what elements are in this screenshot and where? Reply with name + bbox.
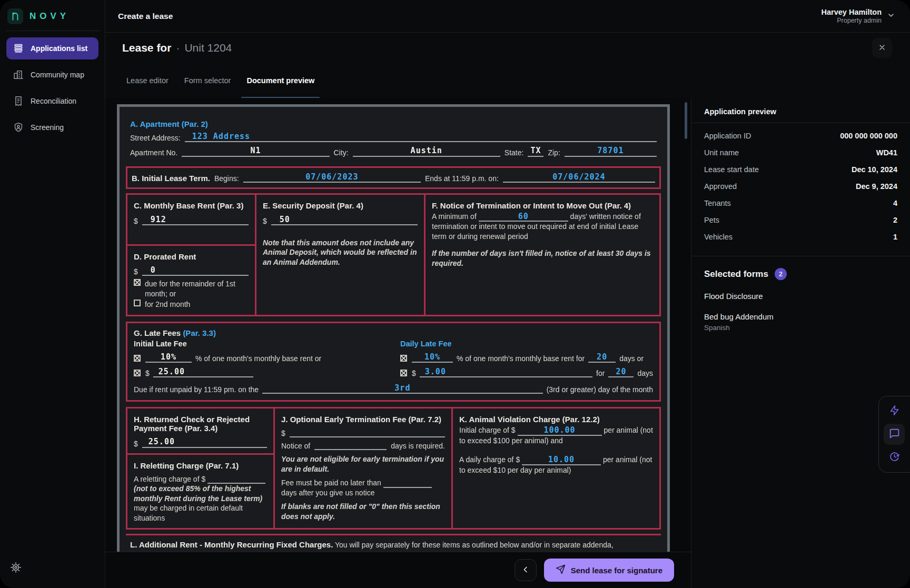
document-scrollbar-thumb[interactable] bbox=[685, 102, 687, 139]
for-label: for bbox=[596, 369, 605, 377]
field-row-approved: Approved Dec 9, 2024 bbox=[704, 182, 897, 191]
reletting-blank bbox=[207, 475, 265, 484]
termination-note: If blanks are not filled or "0" then thi… bbox=[281, 502, 445, 521]
sidebar-item-label: Applications list bbox=[31, 44, 87, 53]
applications-list-icon bbox=[13, 43, 24, 54]
checkbox-prorated-1st-month bbox=[134, 279, 141, 286]
novy-logo[interactable]: NOVY bbox=[6, 7, 98, 31]
currency-sign: $ bbox=[281, 429, 285, 437]
sidebar-divider bbox=[5, 31, 100, 31]
city-label: City: bbox=[334, 148, 349, 157]
begins-value: 07/06/2023 bbox=[243, 173, 421, 183]
lease-header: Lease for · Unit 1204 bbox=[105, 33, 910, 63]
logo-text: NOVY bbox=[29, 11, 70, 22]
termination-fee-blank bbox=[290, 429, 445, 437]
city-value: Austin bbox=[353, 146, 500, 156]
lease-title-unit: Unit 1204 bbox=[184, 42, 232, 54]
section-f-title: F. Notice of Termination or Intent to Mo… bbox=[432, 201, 653, 210]
comments-button[interactable] bbox=[884, 424, 905, 445]
termination-notice-post: days is required. bbox=[391, 442, 445, 450]
termination-notice-blank bbox=[314, 442, 387, 450]
section-c-title: C. Monthly Base Rent (Par. 3) bbox=[134, 201, 249, 210]
application-preview-title: Application preview bbox=[691, 98, 910, 123]
sidebar-nav: Applications list Community map Reconcil… bbox=[6, 37, 98, 138]
section-h-title: H. Returned Check or Rejected Payment Fe… bbox=[134, 415, 267, 433]
sidebar-item-applications-list[interactable]: Applications list bbox=[6, 37, 98, 59]
user-menu[interactable]: Harvey Hamilton Property admin bbox=[822, 7, 895, 25]
field-label: Unit name bbox=[704, 148, 739, 157]
close-button[interactable] bbox=[872, 38, 892, 58]
street-address-label: Street Address: bbox=[130, 134, 181, 142]
lease-title: Lease for · Unit 1204 bbox=[122, 42, 232, 54]
reletting-rest: may be charged in certain default situat… bbox=[134, 504, 243, 522]
animal-initial-value: 100.00 bbox=[518, 426, 602, 436]
sidebar-item-label: Screening bbox=[31, 123, 64, 132]
footer-bar: Send lease for signature bbox=[105, 552, 691, 588]
application-preview-panel: Application preview Application ID 000 0… bbox=[691, 98, 910, 588]
street-address-value: 123 Address bbox=[185, 132, 657, 142]
field-label: Lease start date bbox=[704, 165, 759, 174]
zap-icon bbox=[889, 405, 900, 417]
currency-sign: $ bbox=[412, 369, 416, 377]
close-icon bbox=[878, 43, 886, 53]
notice-pre: A minimum of bbox=[432, 212, 477, 221]
doc-section-k: K. Animal Violation Charge (Par. 12.2) I… bbox=[453, 408, 659, 528]
tab-form-selector[interactable]: Form selector bbox=[184, 63, 231, 98]
doc-section-e: E. Security Deposit (Par. 4) $ 50 Note t… bbox=[256, 195, 426, 315]
days-or-label: days or bbox=[619, 354, 644, 363]
chat-bubble-icon bbox=[889, 428, 900, 441]
history-button[interactable] bbox=[884, 447, 905, 468]
state-value: TX bbox=[528, 146, 543, 156]
user-meta: Harvey Hamilton Property admin bbox=[822, 7, 882, 25]
reletting-bold: (not to exceed 85% of the highest monthl… bbox=[134, 484, 262, 502]
back-button[interactable] bbox=[515, 559, 537, 581]
state-label: State: bbox=[505, 148, 524, 157]
settings-button[interactable] bbox=[6, 558, 27, 579]
initial-pct-suffix: % of one month's monthly base rent or bbox=[195, 354, 321, 363]
daily-days-value: 20 bbox=[588, 353, 616, 363]
tab-lease-editor[interactable]: Lease editor bbox=[126, 63, 169, 98]
selected-forms-title: Selected forms bbox=[704, 269, 768, 280]
doc-section-i: I. Reletting Charge (Par. 7.1) A reletti… bbox=[127, 455, 273, 528]
doc-section-j: J. Optional Early Termination Fee (Par. … bbox=[275, 408, 453, 528]
notice-days-value: 60 bbox=[479, 212, 568, 222]
sidebar-item-reconciliation[interactable]: Reconciliation bbox=[6, 90, 98, 112]
notice-note: If the number of days isn't filled in, n… bbox=[432, 248, 653, 268]
app-window: NOVY Applications list Community map Re bbox=[0, 0, 910, 588]
chevron-down-icon bbox=[887, 11, 895, 22]
doc-section-l: L. Additional Rent - Monthly Recurring F… bbox=[126, 534, 661, 552]
tab-document-preview[interactable]: Document preview bbox=[246, 63, 314, 98]
field-row-application-id: Application ID 000 000 000 000 bbox=[704, 132, 897, 140]
sidebar-item-screening[interactable]: Screening bbox=[6, 116, 98, 138]
prorated-rent-value: 0 bbox=[142, 266, 249, 276]
apartment-no-value: N1 bbox=[182, 146, 329, 156]
termination-fee-post: days after you give us notice bbox=[281, 489, 374, 497]
currency-sign: $ bbox=[134, 217, 138, 225]
field-value: Dec 9, 2024 bbox=[856, 182, 897, 191]
quick-actions-button[interactable] bbox=[884, 401, 905, 422]
doc-section-f: F. Notice of Termination or Intent to Mo… bbox=[426, 195, 659, 315]
days-label: days bbox=[637, 369, 653, 377]
section-i-title: I. Reletting Charge (Par. 7.1) bbox=[134, 461, 267, 470]
doc-section-g: G. Late Fees (Par. 3.3) Initial Late Fee… bbox=[126, 322, 661, 402]
send-lease-button[interactable]: Send lease for signature bbox=[544, 559, 674, 582]
lease-document-page: A. Apartment (Par. 2) Street Address: 12… bbox=[117, 104, 670, 552]
termination-fee-days-blank bbox=[383, 480, 432, 488]
termination-bold-note: You are not eligible for early terminati… bbox=[281, 454, 445, 474]
sidebar-item-label: Reconciliation bbox=[31, 97, 76, 105]
currency-sign: $ bbox=[263, 217, 267, 225]
section-g-title: G. Late Fees (Par. 3.3) bbox=[134, 328, 653, 337]
page-title: Create a lease bbox=[118, 12, 173, 21]
animal-initial-pre: Initial charge of $ bbox=[459, 426, 516, 434]
user-role: Property admin bbox=[822, 17, 882, 25]
document-scroll-area[interactable]: A. Apartment (Par. 2) Street Address: 12… bbox=[105, 98, 691, 552]
doc-row-2: H. Returned Check or Rejected Payment Fe… bbox=[126, 407, 661, 530]
sidebar-item-community-map[interactable]: Community map bbox=[6, 64, 98, 86]
topbar: Create a lease Harvey Hamilton Property … bbox=[105, 0, 910, 33]
field-label: Pets bbox=[704, 216, 719, 224]
shield-person-icon bbox=[13, 122, 24, 133]
gear-icon bbox=[9, 561, 22, 575]
checkbox-initial-amount bbox=[134, 370, 141, 376]
section-e-title: E. Security Deposit (Par. 4) bbox=[263, 201, 418, 210]
daily-late-pct: 10% bbox=[412, 353, 453, 363]
